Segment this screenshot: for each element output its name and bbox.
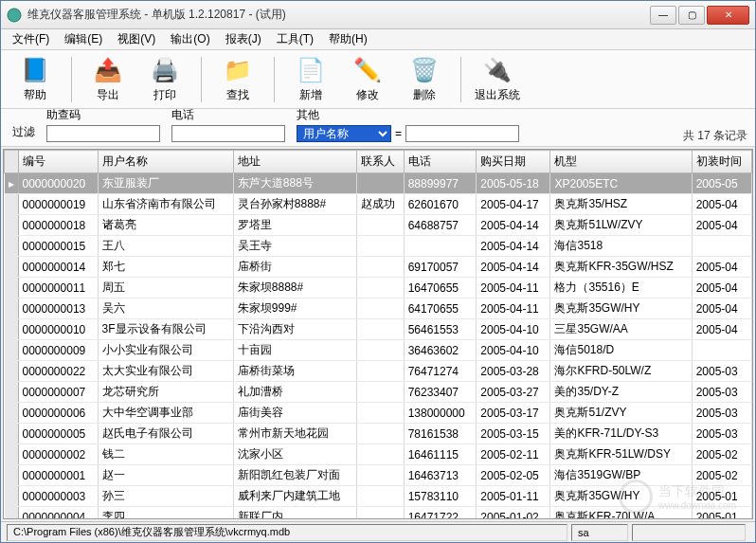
table-row[interactable]: ▸0000000020东亚服装厂东芦大道888号888999772005-05-… (5, 173, 752, 194)
cell-id[interactable]: 0000000010 (18, 319, 98, 340)
cell-phone[interactable]: 64170655 (404, 299, 477, 319)
cell-buydate[interactable]: 2005-02-11 (477, 444, 550, 465)
col-phone[interactable]: 电话 (404, 151, 477, 173)
cell-address[interactable]: 朱家坝999# (233, 299, 356, 319)
cell-address[interactable]: 下沿沟西对 (233, 319, 356, 340)
cell-model[interactable]: 奥克斯KFR-35GW/HSZ (550, 257, 692, 278)
cell-address[interactable]: 新阳凯红包装厂对面 (233, 465, 356, 486)
cell-buydate[interactable]: 2005-04-14 (477, 257, 550, 278)
menu-file[interactable]: 文件(F) (5, 29, 57, 49)
col-username[interactable]: 用户名称 (98, 151, 233, 173)
cell-username[interactable]: 吴六 (98, 299, 233, 319)
search-button[interactable]: 📁查找 (211, 53, 264, 106)
table-row[interactable]: 0000000018诸葛亮罗塔里646887572005-04-14奥克斯51L… (5, 215, 752, 236)
table-row[interactable]: 0000000015王八吴王寺2005-04-14海信3518 (5, 236, 752, 257)
cell-contact[interactable] (356, 507, 404, 520)
cell-installdate[interactable]: 2005-01 (692, 486, 751, 507)
col-contact[interactable]: 联系人 (356, 151, 404, 173)
cell-installdate[interactable]: 2005-04 (692, 257, 751, 278)
table-row[interactable]: 0000000011周五朱家坝8888#164706552005-04-11格力… (5, 278, 752, 299)
cell-username[interactable]: 大中华空调事业部 (98, 403, 233, 424)
cell-model[interactable]: 三星35GW/AA (550, 319, 692, 340)
cell-buydate[interactable]: 2005-04-10 (477, 319, 550, 340)
table-row[interactable]: 0000000002钱二沈家小区164611152005-02-11奥克斯KFR… (5, 444, 752, 465)
col-buydate[interactable]: 购买日期 (477, 151, 550, 173)
edit-button[interactable]: ✏️修改 (341, 53, 394, 106)
help-button[interactable]: 📘帮助 (9, 53, 62, 106)
table-row[interactable]: 0000000004李四新联厂内164717222005-01-02奥克斯KFR… (5, 507, 752, 520)
cell-id[interactable]: 0000000005 (18, 424, 98, 444)
cell-installdate[interactable]: 2005-03 (692, 361, 751, 382)
cell-model[interactable]: 美的35/DY-Z (550, 382, 692, 403)
print-button[interactable]: 🖨️打印 (138, 53, 191, 106)
cell-installdate[interactable]: 2005-04 (692, 278, 751, 299)
cell-model[interactable]: 海信3518 (550, 236, 692, 257)
cell-model[interactable]: 奥克斯51LW/ZVY (550, 215, 692, 236)
phone-input[interactable] (171, 125, 285, 142)
cell-username[interactable]: 孙三 (98, 486, 233, 507)
other-field-select[interactable]: 用户名称 (297, 125, 391, 142)
cell-model[interactable]: 奥克斯35GW/HY (550, 299, 692, 319)
cell-contact[interactable] (356, 444, 404, 465)
col-model[interactable]: 机型 (550, 151, 692, 173)
table-row[interactable]: 0000000007龙芯研究所礼加漕桥762334072005-03-27美的3… (5, 382, 752, 403)
table-row[interactable]: 0000000022太大实业有限公司庙桥街菜场764712742005-03-2… (5, 361, 752, 382)
cell-phone[interactable]: 16471722 (404, 507, 477, 520)
cell-model[interactable]: 美的KFR-71L/DY-S3 (550, 424, 692, 444)
col-installdate[interactable]: 初装时间 (692, 151, 751, 173)
cell-model[interactable]: 奥克斯51/ZVY (550, 403, 692, 424)
cell-buydate[interactable]: 2005-04-11 (477, 299, 550, 319)
cell-address[interactable]: 灵台孙家村8888# (233, 194, 356, 215)
cell-buydate[interactable]: 2005-04-14 (477, 236, 550, 257)
cell-buydate[interactable]: 2005-03-28 (477, 361, 550, 382)
cell-address[interactable]: 庙桥街 (233, 257, 356, 278)
cell-contact[interactable] (356, 319, 404, 340)
cell-id[interactable]: 0000000011 (18, 278, 98, 299)
cell-buydate[interactable]: 2005-03-15 (477, 424, 550, 444)
mnemonic-input[interactable] (46, 125, 160, 142)
cell-address[interactable]: 庙桥街菜场 (233, 361, 356, 382)
cell-installdate[interactable]: 2005-04 (692, 319, 751, 340)
export-button[interactable]: 📤导出 (81, 53, 135, 106)
col-address[interactable]: 地址 (233, 151, 356, 173)
cell-username[interactable]: 3F显示设备有限公司 (98, 319, 233, 340)
table-row[interactable]: 0000000005赵氏电子有限公司常州市新天地花园781615382005-0… (5, 424, 752, 444)
data-grid[interactable]: 编号 用户名称 地址 联系人 电话 购买日期 机型 初装时间 ▸00000000… (3, 149, 753, 519)
cell-installdate[interactable]: 2005-04 (692, 194, 751, 215)
cell-contact[interactable] (356, 382, 404, 403)
cell-username[interactable]: 周五 (98, 278, 233, 299)
cell-id[interactable]: 0000000014 (18, 257, 98, 278)
cell-buydate[interactable]: 2005-05-18 (477, 173, 550, 194)
menu-view[interactable]: 视图(V) (110, 29, 163, 49)
cell-installdate[interactable]: 2005-02 (692, 444, 751, 465)
cell-contact[interactable] (356, 403, 404, 424)
cell-address[interactable]: 常州市新天地花园 (233, 424, 356, 444)
cell-phone[interactable]: 16463713 (404, 465, 477, 486)
cell-contact[interactable] (356, 486, 404, 507)
cell-phone[interactable]: 69170057 (404, 257, 477, 278)
cell-id[interactable]: 0000000006 (18, 403, 98, 424)
cell-username[interactable]: 李四 (98, 507, 233, 520)
cell-buydate[interactable]: 2005-03-27 (477, 382, 550, 403)
cell-id[interactable]: 0000000019 (18, 194, 98, 215)
cell-address[interactable]: 东芦大道888号 (233, 173, 356, 194)
cell-username[interactable]: 赵一 (98, 465, 233, 486)
cell-address[interactable]: 新联厂内 (233, 507, 356, 520)
cell-installdate[interactable]: 2005-02 (692, 465, 751, 486)
cell-id[interactable]: 0000000004 (18, 507, 98, 520)
cell-username[interactable]: 小小实业有限公司 (98, 340, 233, 361)
cell-address[interactable]: 罗塔里 (233, 215, 356, 236)
cell-installdate[interactable] (692, 340, 751, 361)
cell-phone[interactable]: 36463602 (404, 340, 477, 361)
cell-id[interactable]: 0000000015 (18, 236, 98, 257)
cell-id[interactable]: 0000000009 (18, 340, 98, 361)
cell-contact[interactable] (356, 278, 404, 299)
cell-phone[interactable]: 78161538 (404, 424, 477, 444)
cell-contact[interactable] (356, 465, 404, 486)
table-row[interactable]: 0000000014郑七庙桥街691700572005-04-14奥克斯KFR-… (5, 257, 752, 278)
cell-contact[interactable] (356, 424, 404, 444)
cell-username[interactable]: 钱二 (98, 444, 233, 465)
cell-phone[interactable]: 88899977 (404, 173, 477, 194)
cell-installdate[interactable] (692, 236, 751, 257)
cell-id[interactable]: 0000000007 (18, 382, 98, 403)
